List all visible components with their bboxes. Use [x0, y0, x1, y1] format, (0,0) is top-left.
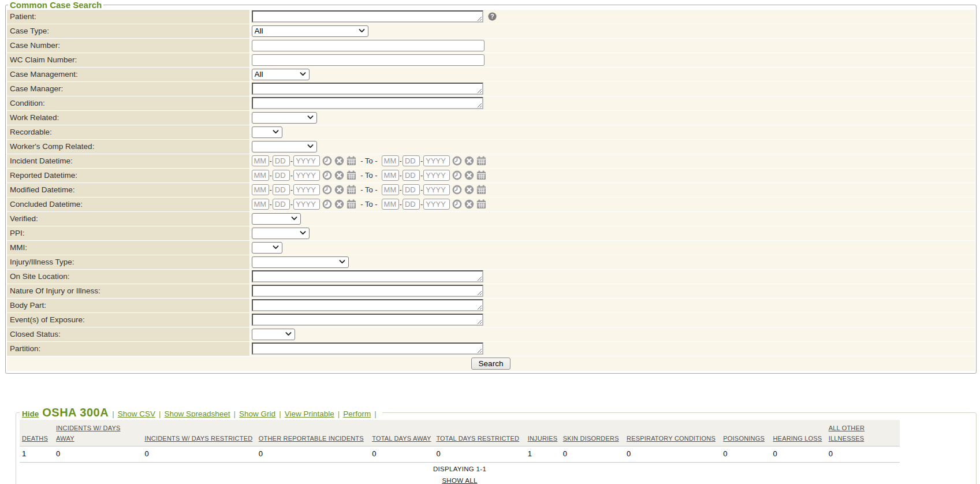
column-header-link[interactable]: SKIN DISORDERS: [563, 435, 619, 442]
search-button[interactable]: Search: [471, 358, 511, 370]
field-label-cell: Partition:: [7, 342, 249, 356]
calendar-icon[interactable]: [346, 170, 356, 180]
event-s-of-exposure-textarea[interactable]: [252, 314, 483, 326]
month-input[interactable]: [382, 184, 399, 195]
column-header-link[interactable]: HEARING LOSS: [773, 435, 822, 442]
year-input[interactable]: [293, 170, 320, 181]
on-site-location-textarea[interactable]: [252, 270, 483, 282]
clear-date-icon[interactable]: [334, 156, 344, 166]
year-input[interactable]: [423, 199, 450, 210]
wc-claim-number-input[interactable]: [252, 54, 485, 66]
calendar-icon[interactable]: [476, 199, 486, 209]
year-input[interactable]: [293, 155, 320, 166]
clock-icon[interactable]: [452, 170, 462, 180]
field-cell: [251, 327, 975, 341]
month-input[interactable]: [382, 199, 399, 210]
clear-date-icon[interactable]: [464, 170, 474, 180]
column-header: POISONINGS: [721, 420, 770, 446]
injury-illness-type-select[interactable]: [252, 256, 349, 268]
closed-status-select[interactable]: [252, 329, 295, 340]
calendar-icon[interactable]: [476, 156, 486, 166]
verified-select[interactable]: [252, 213, 301, 225]
worker-s-comp-related-select[interactable]: [252, 141, 317, 152]
column-header-link[interactable]: TOTAL DAYS RESTRICTED: [436, 435, 519, 442]
month-input[interactable]: [252, 199, 269, 210]
day-input[interactable]: [273, 184, 290, 195]
table-cell: 0: [561, 446, 624, 462]
case-number-input[interactable]: [252, 40, 485, 51]
case-manager-textarea[interactable]: [252, 83, 483, 95]
show-csv-link[interactable]: Show CSV: [118, 409, 155, 418]
column-header-link[interactable]: INJURIES: [528, 435, 558, 442]
year-input[interactable]: [293, 184, 320, 195]
column-header-link[interactable]: RESPIRATORY CONDITIONS: [627, 435, 716, 442]
clock-icon[interactable]: [452, 156, 462, 166]
work-related-select[interactable]: [252, 112, 317, 124]
month-input[interactable]: [252, 170, 269, 181]
partition-textarea[interactable]: [252, 342, 483, 355]
show-all-link[interactable]: SHOW ALL: [442, 477, 477, 484]
column-header-link[interactable]: TOTAL DAYS AWAY: [372, 435, 431, 442]
case-management-select[interactable]: All: [252, 69, 310, 80]
year-input[interactable]: [293, 199, 320, 210]
month-input[interactable]: [382, 155, 399, 166]
nature-of-injury-or-illness-textarea[interactable]: [252, 285, 483, 297]
day-input[interactable]: [273, 170, 290, 181]
month-input[interactable]: [252, 155, 269, 166]
column-header-link[interactable]: INCIDENTS W/ DAYS AWAY: [56, 425, 120, 442]
clear-date-icon[interactable]: [334, 199, 344, 209]
clock-icon[interactable]: [452, 199, 462, 209]
condition-textarea[interactable]: [252, 97, 483, 109]
clock-icon[interactable]: [322, 199, 332, 209]
column-header-link[interactable]: INCIDENTS W/ DAYS RESTRICTED: [144, 435, 252, 442]
calendar-icon[interactable]: [346, 156, 356, 166]
help-icon[interactable]: ?: [488, 12, 497, 21]
year-input[interactable]: [423, 184, 450, 195]
clear-date-icon[interactable]: [464, 199, 474, 209]
day-input[interactable]: [403, 199, 420, 210]
column-header-link[interactable]: OTHER REPORTABLE INCIDENTS: [259, 435, 364, 442]
perform-link[interactable]: Perform: [343, 409, 371, 418]
clear-date-icon[interactable]: [464, 156, 474, 166]
hide-link[interactable]: Hide: [22, 409, 39, 418]
calendar-icon[interactable]: [476, 170, 486, 180]
column-header-link[interactable]: ALL OTHER ILLNESSES: [829, 425, 865, 442]
patient-textarea[interactable]: [252, 10, 483, 23]
table-cell: 0: [256, 446, 370, 462]
date-separator: -: [400, 200, 402, 209]
view-printable-link[interactable]: View Printable: [285, 409, 334, 418]
column-header-link[interactable]: DEATHS: [22, 435, 48, 442]
calendar-icon[interactable]: [476, 185, 486, 195]
day-input[interactable]: [403, 155, 420, 166]
clock-icon[interactable]: [452, 185, 462, 195]
year-input[interactable]: [423, 170, 450, 181]
clear-date-icon[interactable]: [334, 185, 344, 195]
calendar-icon[interactable]: [346, 185, 356, 195]
field-label: Injury/Illness Type:: [10, 258, 74, 266]
month-input[interactable]: [382, 170, 399, 181]
day-input[interactable]: [403, 184, 420, 195]
column-header-link[interactable]: POISONINGS: [723, 435, 765, 442]
show-spreadsheet-link[interactable]: Show Spreadsheet: [165, 409, 230, 418]
field-label-cell: Verified:: [7, 212, 249, 226]
case-type-select[interactable]: All: [252, 25, 368, 37]
month-input[interactable]: [252, 184, 269, 195]
clock-icon[interactable]: [322, 156, 332, 166]
clock-icon[interactable]: [322, 170, 332, 180]
column-header: ALL OTHER ILLNESSES: [826, 420, 900, 446]
field-cell: [251, 342, 975, 356]
body-part-textarea[interactable]: [252, 299, 483, 311]
ppi-select[interactable]: [252, 228, 310, 239]
year-input[interactable]: [423, 155, 450, 166]
day-input[interactable]: [403, 170, 420, 181]
clear-date-icon[interactable]: [464, 185, 474, 195]
day-input[interactable]: [273, 199, 290, 210]
clear-date-icon[interactable]: [334, 170, 344, 180]
show-grid-link[interactable]: Show Grid: [239, 409, 275, 418]
calendar-icon[interactable]: [346, 199, 356, 209]
recordable-select[interactable]: [252, 126, 282, 138]
clock-icon[interactable]: [322, 185, 332, 195]
mmi-select[interactable]: [252, 242, 282, 254]
form-row: Partition:: [7, 342, 975, 356]
day-input[interactable]: [273, 155, 290, 166]
